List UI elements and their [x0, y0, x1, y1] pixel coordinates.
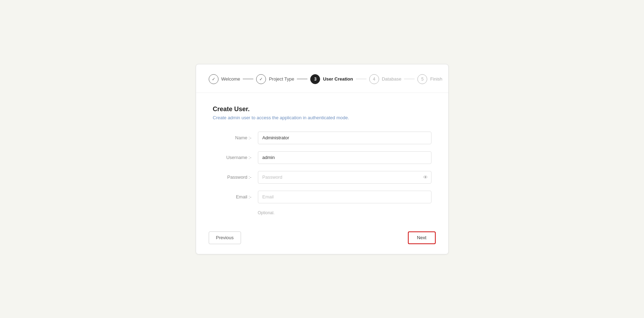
- wizard-footer: Previous Next: [196, 225, 448, 254]
- stepper: ✓ Welcome ✓ Project Type 3 User Creation…: [196, 64, 448, 93]
- step-user-creation: 3 User Creation: [310, 74, 353, 84]
- username-row: Username :-: [213, 151, 431, 164]
- password-input-wrapper: 👁: [258, 171, 431, 184]
- step-label-finish: Finish: [430, 76, 442, 82]
- username-input-wrapper: [258, 151, 431, 164]
- step-project-type: ✓ Project Type: [256, 74, 294, 84]
- email-input[interactable]: [258, 191, 431, 203]
- name-row: Name :-: [213, 132, 431, 144]
- password-row: Password :- 👁: [213, 171, 431, 184]
- connector-3-4: [356, 79, 366, 80]
- step-label-welcome: Welcome: [221, 76, 240, 82]
- username-label: Username :-: [213, 155, 252, 160]
- name-input[interactable]: [258, 132, 431, 144]
- step-circle-project-type: ✓: [256, 74, 266, 84]
- section-title: Create User.: [213, 106, 431, 113]
- previous-button[interactable]: Previous: [209, 231, 241, 244]
- connector-2-3: [297, 79, 307, 80]
- step-circle-database: 4: [369, 74, 379, 84]
- step-welcome: ✓ Welcome: [209, 74, 240, 84]
- step-circle-user-creation: 3: [310, 74, 320, 84]
- connector-4-5: [404, 79, 415, 80]
- toggle-password-icon[interactable]: 👁: [423, 174, 428, 180]
- step-circle-finish: 5: [417, 74, 427, 84]
- name-label: Name :-: [213, 135, 252, 140]
- wizard-card: ✓ Welcome ✓ Project Type 3 User Creation…: [196, 64, 449, 254]
- section-subtitle: Create admin user to access the applicat…: [213, 115, 431, 120]
- step-label-project-type: Project Type: [269, 76, 294, 82]
- step-label-database: Database: [382, 76, 402, 82]
- next-button[interactable]: Next: [408, 231, 436, 244]
- username-input[interactable]: [258, 151, 431, 164]
- step-label-user-creation: User Creation: [323, 76, 353, 82]
- name-input-wrapper: [258, 132, 431, 144]
- email-hint: Optional.: [258, 210, 431, 215]
- password-input[interactable]: [258, 171, 431, 184]
- password-label: Password :-: [213, 174, 252, 180]
- step-circle-welcome: ✓: [209, 74, 219, 84]
- step-finish: 5 Finish: [417, 74, 442, 84]
- step-database: 4 Database: [369, 74, 402, 84]
- email-label: Email :-: [213, 194, 252, 199]
- connector-1-2: [243, 79, 253, 80]
- email-input-wrapper: [258, 191, 431, 203]
- wizard-body: Create User. Create admin user to access…: [196, 93, 448, 225]
- email-row: Email :-: [213, 191, 431, 203]
